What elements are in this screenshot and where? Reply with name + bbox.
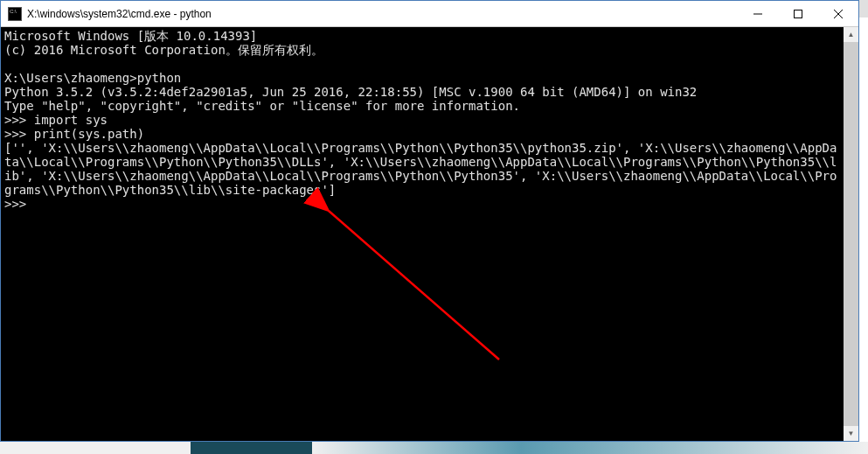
output-line: Microsoft Windows [版本 10.0.14393] — [4, 29, 257, 43]
cmd-window: X:\windows\system32\cmd.exe - python Mic… — [0, 0, 859, 442]
vertical-scrollbar[interactable]: ▲ ▼ — [844, 27, 858, 441]
right-edge-bg — [859, 17, 868, 442]
output-line: Type "help", "copyright", "credits" or "… — [4, 99, 520, 113]
titlebar[interactable]: X:\windows\system32\cmd.exe - python — [1, 1, 858, 27]
window-controls — [738, 1, 858, 26]
minimize-icon — [753, 10, 762, 18]
output-prompt: >>> — [4, 197, 34, 211]
background-strip — [0, 442, 868, 454]
output-line: (c) 2016 Microsoft Corporation。保留所有权利。 — [4, 43, 323, 57]
maximize-button[interactable] — [778, 1, 818, 26]
scroll-track[interactable] — [844, 42, 858, 426]
maximize-icon — [794, 10, 802, 18]
svg-rect-1 — [795, 10, 802, 17]
scroll-down-button[interactable]: ▼ — [844, 426, 858, 441]
output-line: >>> print(sys.path) — [4, 127, 144, 141]
output-line: X:\Users\zhaomeng>python — [4, 71, 181, 85]
minimize-button[interactable] — [738, 1, 778, 26]
output-line: >>> import sys — [4, 113, 108, 127]
output-line: ['', 'X:\\Users\\zhaomeng\\AppData\\Loca… — [4, 141, 837, 197]
window-title: X:\windows\system32\cmd.exe - python — [27, 8, 738, 20]
close-icon — [834, 10, 843, 18]
output-line: Python 3.5.2 (v3.5.2:4def2a2901a5, Jun 2… — [4, 85, 697, 99]
terminal-output[interactable]: Microsoft Windows [版本 10.0.14393] (c) 20… — [1, 27, 844, 441]
scroll-thumb[interactable] — [844, 42, 858, 426]
close-button[interactable] — [818, 1, 858, 26]
scroll-up-button[interactable]: ▲ — [844, 27, 858, 42]
terminal-area: Microsoft Windows [版本 10.0.14393] (c) 20… — [1, 27, 858, 441]
cmd-icon — [8, 7, 22, 21]
